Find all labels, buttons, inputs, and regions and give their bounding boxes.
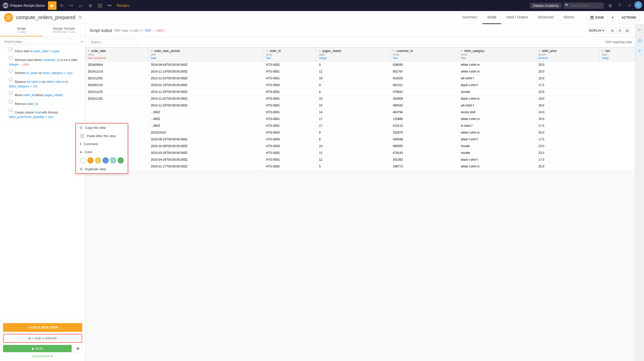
step-eye-icon[interactable]: 👁	[67, 80, 70, 83]
browser-icon[interactable]: ⬛	[96, 1, 104, 10]
col-header-order-id[interactable]: # order_id string Text	[264, 48, 317, 62]
table-cell[interactable]: 989355	[391, 143, 459, 150]
table-cell[interactable]: white t-shirt m	[459, 68, 536, 75]
table-cell[interactable]: 9	[317, 82, 391, 89]
table-cell[interactable]: wh tshirt f	[459, 102, 536, 109]
paste-step-item[interactable]: 📋 Paste after this step	[76, 132, 128, 140]
step-toggle-icon[interactable]: ⏻	[71, 80, 74, 83]
tab-advanced[interactable]: Advanced	[533, 11, 558, 24]
color-yellow[interactable]	[95, 157, 101, 163]
grid-view-icon[interactable]: ⊞	[609, 27, 616, 34]
step-checkbox[interactable]	[9, 47, 12, 51]
right-panel-arrow-icon[interactable]: ▷	[636, 26, 643, 33]
table-cell[interactable]: white t-shirt m	[459, 163, 536, 170]
step-checkbox[interactable]	[9, 56, 12, 59]
table-cell[interactable]: white t-shirt m	[459, 62, 536, 68]
step-toggle-icon[interactable]: ⏻	[71, 71, 74, 75]
tab-input-output[interactable]: Input / Output	[501, 11, 533, 24]
table-cell[interactable]: hoodie	[459, 150, 536, 156]
table-cell[interactable]: 10	[317, 143, 391, 150]
table-cell[interactable]: 301362	[391, 156, 459, 163]
step-toggle-icon[interactable]: ⏻	[71, 110, 74, 114]
table-cell[interactable]: 049348	[391, 136, 459, 143]
table-cell[interactable]: HTS-0004	[264, 136, 317, 143]
table-cell[interactable]: HTS-0002	[264, 163, 317, 170]
step-delete-icon[interactable]: 🗑	[75, 110, 79, 114]
table-cell[interactable]: HTS-0001	[264, 102, 317, 109]
table-cell[interactable]: 12	[317, 156, 391, 163]
table-cell[interactable]: 17.5	[536, 82, 600, 89]
step-more-icon[interactable]: •••	[80, 93, 83, 97]
table-cell[interactable]: 20.0	[536, 68, 600, 75]
table-cell[interactable]: 494332	[391, 102, 459, 109]
table-cell[interactable]: 2013-12-01T00:00:00.000Z	[149, 75, 264, 82]
table-cell[interactable]: 198773	[391, 163, 459, 170]
tab-summary[interactable]: Summary	[457, 11, 482, 24]
table-cell[interactable]: HTS-0001	[264, 95, 317, 102]
table-cell[interactable]: 2013/12/01	[86, 75, 149, 82]
table-cell[interactable]: 801797	[391, 68, 459, 75]
table-cell[interactable]: HTS-0001	[264, 109, 317, 116]
table-cell[interactable]: HTS-0001	[264, 156, 317, 163]
table-cell[interactable]: 2014-11-14T00:00:00.000Z	[149, 68, 264, 75]
step-checkbox[interactable]	[9, 100, 12, 103]
table-cell[interactable]: black t-shirt f	[459, 82, 536, 89]
table-cell[interactable]	[86, 102, 149, 109]
col-header-order-date[interactable]: # order_date string Date (unparsed)	[86, 48, 149, 62]
table-cell[interactable]: black t-shirt m	[459, 95, 536, 102]
table-cell[interactable]: 20.0	[536, 116, 600, 123]
table-cell[interactable]: 2016-01-15T00:00:00.000Z	[149, 82, 264, 89]
run-icon[interactable]: ▷	[77, 1, 85, 10]
help-icon[interactable]: ?	[615, 1, 624, 10]
app-logo[interactable]	[2, 2, 9, 9]
search-input[interactable]	[564, 3, 604, 9]
table-cell[interactable]: 19.0	[536, 95, 600, 102]
comment-item[interactable]: ℹ Comment	[76, 140, 128, 148]
step-toggle-icon[interactable]: ⏻	[76, 102, 79, 105]
table-cell[interactable]: 132885	[391, 116, 459, 123]
steps-search-input[interactable]	[2, 39, 80, 45]
table-cell[interactable]: ...000Z	[149, 116, 264, 123]
col-header-tshi[interactable]: # tshi bigin Intege	[600, 48, 635, 62]
table-cell[interactable]: white t-shirt m	[459, 116, 536, 123]
right-panel-help-icon[interactable]: ?	[636, 47, 643, 54]
run-settings-button[interactable]: ⚙	[74, 345, 82, 352]
table-cell[interactable]: tennis shirt	[459, 109, 536, 116]
step-eye-icon[interactable]: 👁	[71, 102, 75, 105]
table-cell[interactable]: 2015-10-09T00:00:00.000Z	[149, 143, 264, 150]
step-more-icon[interactable]: •••	[80, 110, 83, 114]
table-cell[interactable]: white t-shirt m	[459, 129, 536, 136]
col-header-tshirt-category[interactable]: # tshirt_category string Text	[459, 48, 536, 62]
table-cell[interactable]: 17.5	[536, 123, 600, 129]
color-item[interactable]: ● Color	[76, 148, 128, 156]
table-cell[interactable]: 24.0	[536, 109, 600, 116]
table-cell[interactable]: wh tshirt f	[459, 75, 536, 82]
color-blue[interactable]	[103, 157, 109, 163]
table-cell[interactable]: HTS-0001	[264, 116, 317, 123]
actions-button[interactable]: ACTIONS	[618, 14, 640, 21]
table-cell[interactable]: 2014-11-25T00:00:00.000Z	[149, 89, 264, 95]
table-cell[interactable]: 2014/11/25	[86, 89, 149, 95]
right-panel-info-icon[interactable]: ⓘ	[636, 37, 643, 44]
display-button[interactable]: DISPLAY ▾	[586, 27, 607, 34]
color-teal[interactable]	[110, 157, 116, 163]
table-cell[interactable]: 463794	[391, 109, 459, 116]
table-cell[interactable]: 2014/11/14	[86, 68, 149, 75]
table-cell[interactable]: hoodie	[459, 143, 536, 150]
table-cell[interactable]: black t-shirt f	[459, 136, 536, 143]
table-cell[interactable]: 2016/09/04	[86, 62, 149, 68]
table-cell[interactable]: 10	[317, 95, 391, 102]
table-cell[interactable]: 9	[317, 62, 391, 68]
table-cell[interactable]: HTS-0001	[264, 89, 317, 95]
step-checkbox[interactable]	[9, 91, 12, 94]
step-more-icon[interactable]: •••	[80, 71, 83, 75]
step-delete-icon[interactable]: 🗑	[75, 80, 79, 83]
step-checkbox[interactable]	[9, 69, 12, 73]
grid-icon[interactable]: ⊞	[86, 1, 95, 10]
flow-icon[interactable]: ▶	[48, 1, 57, 10]
table-cell[interactable]: 2014-11-01T00:00:00.000Z	[149, 95, 264, 102]
table-cell[interactable]: 23.0	[536, 150, 600, 156]
table-cell[interactable]: 17.5	[536, 136, 600, 143]
table-cell[interactable]: 14	[317, 109, 391, 116]
color-white[interactable]	[80, 157, 86, 163]
